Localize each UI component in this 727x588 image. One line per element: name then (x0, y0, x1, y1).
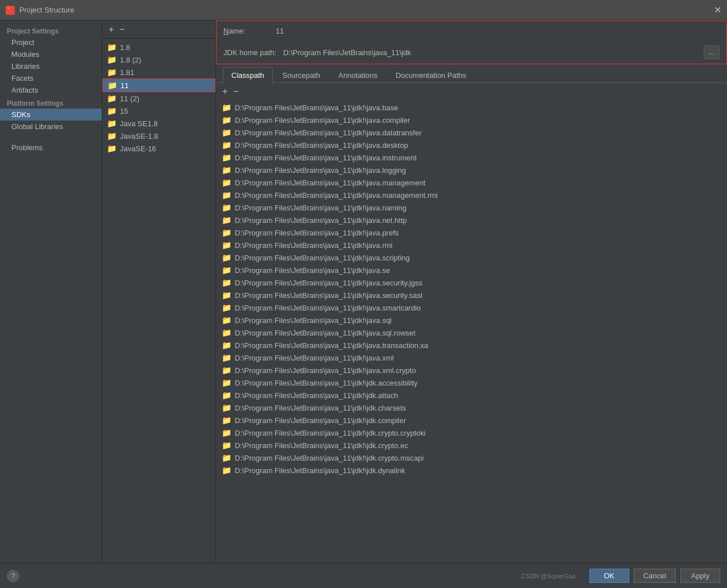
path-list-item[interactable]: 📁D:\Program Files\JetBrains\java_11\jdk!… (216, 389, 727, 401)
sidebar: Project Settings Project Modules Librari… (0, 20, 102, 563)
path-folder-icon: 📁 (222, 353, 231, 362)
sidebar-item-libraries[interactable]: Libraries (0, 60, 102, 72)
path-list-item[interactable]: 📁D:\Program Files\JetBrains\java_11\jdk!… (216, 176, 727, 189)
sdk-list-item[interactable]: 📁15 (102, 105, 215, 117)
path-folder-icon: 📁 (222, 103, 231, 112)
path-list-item[interactable]: 📁D:\Program Files\JetBrains\java_11\jdk!… (216, 364, 727, 376)
folder-icon: 📁 (107, 43, 117, 52)
sidebar-item-problems[interactable]: Problems (0, 142, 102, 154)
path-list-item[interactable]: 📁D:\Program Files\JetBrains\java_11\jdk!… (216, 214, 727, 226)
path-list-item[interactable]: 📁D:\Program Files\JetBrains\java_11\jdk!… (216, 376, 727, 389)
tab-annotations[interactable]: Annotations (330, 67, 386, 83)
path-list-item[interactable]: 📁D:\Program Files\JetBrains\java_11\jdk!… (216, 276, 727, 289)
path-folder-icon: 📁 (222, 328, 231, 337)
path-list-item[interactable]: 📁D:\Program Files\JetBrains\java_11\jdk!… (216, 189, 727, 201)
path-list-item[interactable]: 📁D:\Program Files\JetBrains\java_11\jdk!… (216, 239, 727, 251)
tabs-row: ClasspathSourcepathAnnotationsDocumentat… (216, 67, 727, 83)
title-bar-left: 🔴 Project Structure (6, 6, 74, 15)
path-list-item[interactable]: 📁D:\Program Files\JetBrains\java_11\jdk!… (216, 439, 727, 452)
tab-classpath[interactable]: Classpath (223, 67, 273, 83)
home-row: JDK home path: … (216, 41, 727, 64)
browse-button[interactable]: … (704, 45, 720, 59)
name-row: Name: (216, 20, 727, 41)
sidebar-item-modules[interactable]: Modules (0, 48, 102, 60)
sdk-list-item[interactable]: 📁Java SE1.8 (102, 117, 215, 130)
tab-documentation-paths[interactable]: Documentation Paths (387, 67, 475, 83)
cancel-button[interactable]: Cancel (634, 569, 676, 583)
help-button[interactable]: ? (7, 570, 19, 582)
sdk-list: 📁1.8📁1.8 (2)📁1.81📁11📁11 (2)📁15📁Java SE1.… (102, 39, 215, 563)
path-folder-icon: 📁 (222, 191, 231, 200)
path-list-item[interactable]: 📁D:\Program Files\JetBrains\java_11\jdk!… (216, 226, 727, 239)
path-list-item[interactable]: 📁D:\Program Files\JetBrains\java_11\jdk!… (216, 251, 727, 264)
path-folder-icon: 📁 (222, 203, 231, 212)
sdk-list-item[interactable]: 📁JavaSE-1.8 (102, 130, 215, 142)
remove-path-button[interactable]: − (231, 86, 240, 97)
folder-icon: 📁 (107, 81, 117, 90)
path-list-item[interactable]: 📁D:\Program Files\JetBrains\java_11\jdk!… (216, 301, 727, 314)
path-folder-icon: 📁 (222, 253, 231, 262)
path-folder-icon: 📁 (222, 128, 231, 137)
name-input[interactable] (273, 26, 720, 36)
path-folder-icon: 📁 (222, 241, 231, 250)
path-list-item[interactable]: 📁D:\Program Files\JetBrains\java_11\jdk!… (216, 101, 727, 114)
path-folder-icon: 📁 (222, 115, 231, 125)
close-button[interactable]: ✕ (714, 6, 721, 15)
path-list-item[interactable]: 📁D:\Program Files\JetBrains\java_11\jdk!… (216, 201, 727, 214)
sdk-list-item[interactable]: 📁11 (102, 78, 215, 92)
path-list-item[interactable]: 📁D:\Program Files\JetBrains\java_11\jdk!… (216, 452, 727, 464)
ok-button[interactable]: OK (589, 569, 629, 583)
path-list-item[interactable]: 📁D:\Program Files\JetBrains\java_11\jdk!… (216, 464, 727, 477)
folder-icon: 📁 (107, 131, 117, 140)
path-list-item[interactable]: 📁D:\Program Files\JetBrains\java_11\jdk!… (216, 139, 727, 151)
path-folder-icon: 📁 (222, 428, 231, 437)
sidebar-item-facets[interactable]: Facets (0, 72, 102, 84)
sdk-list-item[interactable]: 📁11 (2) (102, 92, 215, 105)
path-list-item[interactable]: 📁D:\Program Files\JetBrains\java_11\jdk!… (216, 339, 727, 351)
path-list-item[interactable]: 📁D:\Program Files\JetBrains\java_11\jdk!… (216, 426, 727, 439)
sidebar-item-project[interactable]: Project (0, 36, 102, 48)
path-list-item[interactable]: 📁D:\Program Files\JetBrains\java_11\jdk!… (216, 164, 727, 176)
path-folder-icon: 📁 (222, 153, 231, 162)
home-label: JDK home path: (223, 48, 276, 57)
path-list-item[interactable]: 📁D:\Program Files\JetBrains\java_11\jdk!… (216, 351, 727, 364)
add-path-button[interactable]: + (221, 86, 229, 97)
home-path-input[interactable] (281, 47, 699, 58)
content-toolbar: + − (216, 83, 727, 100)
sidebar-item-global-libraries[interactable]: Global Libraries (0, 121, 102, 132)
path-list-item[interactable]: 📁D:\Program Files\JetBrains\java_11\jdk!… (216, 151, 727, 164)
path-list-item[interactable]: 📁D:\Program Files\JetBrains\java_11\jdk!… (216, 414, 727, 426)
path-folder-icon: 📁 (222, 165, 231, 175)
tab-sourcepath[interactable]: Sourcepath (274, 67, 329, 83)
folder-icon: 📁 (107, 55, 117, 64)
remove-sdk-button[interactable]: − (118, 24, 126, 35)
sdk-list-item[interactable]: 📁JavaSE-16 (102, 142, 215, 155)
path-list-item[interactable]: 📁D:\Program Files\JetBrains\java_11\jdk!… (216, 114, 727, 126)
path-list-item[interactable]: 📁D:\Program Files\JetBrains\java_11\jdk!… (216, 264, 727, 276)
add-sdk-button[interactable]: + (107, 24, 115, 35)
path-list-item[interactable]: 📁D:\Program Files\JetBrains\java_11\jdk!… (216, 401, 727, 414)
name-label: Name: (223, 27, 269, 35)
path-list-item[interactable]: 📁D:\Program Files\JetBrains\java_11\jdk!… (216, 314, 727, 326)
path-list-item[interactable]: 📁D:\Program Files\JetBrains\java_11\jdk!… (216, 326, 727, 339)
path-folder-icon: 📁 (222, 140, 231, 150)
path-folder-icon: 📁 (222, 366, 231, 375)
platform-settings-label: Platform Settings (0, 96, 102, 109)
apply-button[interactable]: Apply (680, 569, 720, 583)
sidebar-item-sdks[interactable]: SDKs (0, 109, 102, 121)
path-folder-icon: 📁 (222, 316, 231, 325)
project-settings-label: Project Settings (0, 25, 102, 36)
paths-list: 📁D:\Program Files\JetBrains\java_11\jdk!… (216, 100, 727, 563)
sdk-list-item[interactable]: 📁1.8 (2) (102, 53, 215, 66)
path-folder-icon: 📁 (222, 178, 231, 187)
sidebar-item-artifacts[interactable]: Artifacts (0, 84, 102, 96)
path-list-item[interactable]: 📁D:\Program Files\JetBrains\java_11\jdk!… (216, 126, 727, 139)
sdk-list-item[interactable]: 📁1.8 (102, 41, 215, 53)
dialog-title: Project Structure (19, 6, 74, 14)
sdk-list-item[interactable]: 📁1.81 (102, 66, 215, 78)
right-panel: Name: JDK home path: … ClasspathSourcepa… (216, 20, 727, 563)
path-folder-icon: 📁 (222, 291, 231, 300)
path-folder-icon: 📁 (222, 391, 231, 400)
path-list-item[interactable]: 📁D:\Program Files\JetBrains\java_11\jdk!… (216, 289, 727, 301)
path-folder-icon: 📁 (222, 441, 231, 450)
